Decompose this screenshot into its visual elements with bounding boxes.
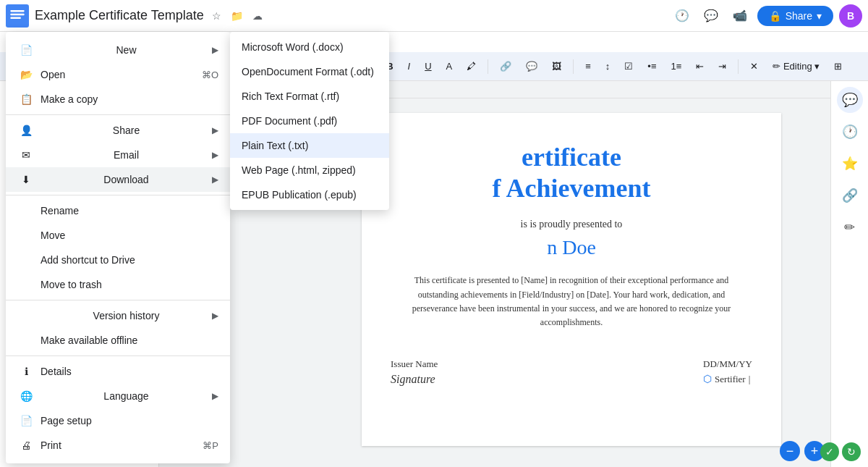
italic-btn[interactable]: I: [402, 56, 417, 77]
green-icon-2[interactable]: ↻: [842, 442, 861, 461]
doc-page: ertificate f Achievement is is proudly p…: [362, 113, 781, 446]
dl-rtf[interactable]: Rich Text Format (.rtf): [230, 84, 389, 109]
meet-icon[interactable]: 📹: [728, 4, 752, 28]
font-color-btn[interactable]: A: [441, 56, 459, 77]
svg-rect-3: [10, 17, 20, 18]
menu-version-history[interactable]: Version history ▶: [6, 303, 230, 328]
cert-footer: Issuer Name Signature DD/MM/YY ⬡ Sertifi…: [391, 358, 752, 386]
right-panel-history-icon[interactable]: 🕐: [837, 119, 863, 145]
menu-open[interactable]: 📂 Open ⌘O: [6, 62, 230, 87]
doc-title[interactable]: Example Certificate Template: [35, 8, 204, 23]
svg-rect-2: [10, 13, 24, 14]
menu-email[interactable]: ✉ Email ▶: [6, 143, 230, 167]
menu-add-shortcut[interactable]: Add shortcut to Drive: [6, 248, 230, 272]
brand-area: ⬡ Sertifier |: [703, 373, 752, 385]
clear-format-btn[interactable]: ✕: [744, 56, 764, 77]
right-panel-chat-icon[interactable]: 💬: [837, 87, 863, 113]
menu-share[interactable]: 👤 Share ▶: [6, 118, 230, 143]
share-arrow-icon: ▶: [212, 125, 218, 135]
toolbar-divider-7: [738, 59, 739, 74]
zoom-controls: − +: [780, 441, 825, 461]
dl-docx[interactable]: Microsoft Word (.docx): [230, 35, 389, 59]
top-bar: Example Certificate Template ☆ 📁 ☁ 🕐 💬 📹…: [0, 0, 868, 32]
dl-pdf[interactable]: PDF Document (.pdf): [230, 109, 389, 133]
doc-title-area: Example Certificate Template ☆ 📁 ☁: [35, 7, 671, 25]
details-icon: ℹ: [17, 366, 35, 377]
menu-move[interactable]: Move: [6, 223, 230, 248]
share-icon: 👤: [17, 125, 35, 136]
cert-body: This certificate is presented to [Name] …: [391, 274, 752, 329]
checklist-btn[interactable]: ☑: [618, 56, 639, 77]
comment-icon[interactable]: 💬: [699, 4, 723, 28]
align-btn[interactable]: ≡: [579, 56, 597, 77]
bullets-btn[interactable]: •≡: [642, 56, 662, 77]
menu-language[interactable]: 🌐 Language ▶: [6, 384, 230, 408]
indent-increase-btn[interactable]: ⇥: [712, 56, 732, 77]
page-setup-icon: 📄: [17, 415, 35, 426]
open-icon: 📂: [17, 69, 35, 80]
link-btn[interactable]: 🔗: [494, 56, 517, 77]
email-arrow-icon: ▶: [212, 150, 218, 160]
menu-rename[interactable]: Rename: [6, 198, 230, 223]
menu-make-copy[interactable]: 📋 Make a copy: [6, 87, 230, 112]
ruler: [318, 81, 830, 98]
expand-btn[interactable]: ⊞: [828, 56, 848, 77]
menu-page-setup[interactable]: 📄 Page setup: [6, 408, 230, 433]
numbered-btn[interactable]: 1≡: [665, 56, 688, 77]
new-arrow-icon: ▶: [212, 45, 218, 55]
lock-icon: 🔒: [769, 10, 781, 22]
cert-issuer: Issuer Name Signature: [391, 358, 438, 386]
right-panel-link-icon[interactable]: 🔗: [837, 182, 863, 209]
cert-name: n Doe: [391, 236, 752, 259]
editing-mode-btn[interactable]: ✏ Editing ▾: [767, 56, 825, 77]
dl-txt[interactable]: Plain Text (.txt): [230, 133, 389, 158]
star-icon[interactable]: ☆: [208, 7, 226, 25]
underline-btn[interactable]: U: [419, 56, 437, 77]
indent-decrease-btn[interactable]: ⇤: [690, 56, 710, 77]
cloud-status-icon[interactable]: ☁: [249, 7, 266, 25]
right-panel: 💬 🕐 ⭐ 🔗 ✏: [830, 81, 868, 467]
line-spacing-btn[interactable]: ↕: [600, 56, 616, 77]
download-submenu: Microsoft Word (.docx) OpenDocument Form…: [230, 32, 389, 210]
image-btn[interactable]: 🖼: [546, 56, 567, 77]
zoom-out-btn[interactable]: −: [780, 441, 800, 461]
file-menu-section-3: Rename Move Add shortcut to Drive Move t…: [6, 195, 230, 300]
cert-title: ertificate f Achievement: [391, 142, 752, 204]
file-menu-section-5: ℹ Details 🌐 Language ▶ 📄 Page setup 🖨 Pr…: [6, 356, 230, 460]
dl-html[interactable]: Web Page (.html, zipped): [230, 158, 389, 182]
email-icon: ✉: [17, 149, 35, 161]
signature-text: Signature: [391, 373, 438, 386]
toolbar-divider-5: [488, 59, 488, 74]
highlight-btn[interactable]: 🖍: [461, 56, 482, 77]
menu-print[interactable]: 🖨 Print ⌘P: [6, 433, 230, 458]
copy-icon: 📋: [17, 93, 35, 105]
dl-epub[interactable]: EPUB Publication (.epub): [230, 182, 389, 207]
file-menu-section-4: Version history ▶ Make available offline: [6, 300, 230, 356]
history-icon[interactable]: 🕐: [671, 4, 694, 28]
download-arrow-icon: ▶: [212, 174, 218, 185]
topright-actions: 🕐 💬 📹 🔒 Share ▾ B: [671, 4, 862, 28]
menu-new[interactable]: 📄 New ▶: [6, 38, 230, 62]
svg-rect-1: [10, 10, 24, 12]
file-menu-section-1: 📄 New ▶ 📂 Open ⌘O 📋 Make a copy: [6, 35, 230, 115]
dl-odt[interactable]: OpenDocument Format (.odt): [230, 59, 389, 84]
cursor-blink: |: [749, 374, 751, 385]
share-button[interactable]: 🔒 Share ▾: [757, 6, 833, 26]
right-panel-star-icon[interactable]: ⭐: [837, 151, 863, 177]
avatar[interactable]: B: [839, 4, 862, 28]
menu-move-trash[interactable]: Move to trash: [6, 272, 230, 297]
language-icon: 🌐: [17, 390, 35, 402]
cert-presented: is is proudly presented to: [391, 219, 752, 230]
menu-available-offline[interactable]: Make available offline: [6, 328, 230, 353]
green-icon-1[interactable]: ✓: [820, 442, 839, 461]
svg-rect-0: [6, 4, 29, 28]
app-icon: [6, 4, 29, 28]
file-menu: 📄 New ▶ 📂 Open ⌘O 📋 Make a copy 👤 Share …: [6, 32, 230, 463]
menu-download[interactable]: ⬇ Download ▶: [6, 167, 230, 192]
new-icon: 📄: [17, 44, 35, 56]
comment-btn[interactable]: 💬: [520, 56, 543, 77]
right-panel-pencil-icon[interactable]: ✏: [837, 214, 863, 240]
menu-details[interactable]: ℹ Details: [6, 359, 230, 384]
toolbar-divider-6: [573, 59, 574, 74]
move-icon[interactable]: 📁: [229, 7, 246, 25]
